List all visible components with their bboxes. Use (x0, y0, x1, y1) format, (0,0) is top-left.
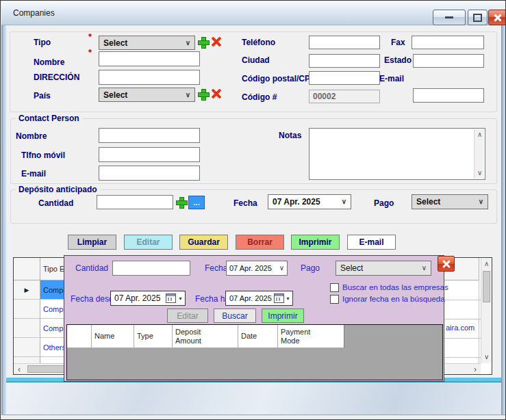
notas-label: Notas (279, 131, 301, 140)
calendar-dropdown-icon: ▼ (178, 296, 183, 301)
chevron-down-icon: ∨ (279, 265, 284, 272)
contact-email-input[interactable] (99, 166, 200, 181)
limpiar-button[interactable]: Limpiar (68, 235, 116, 250)
ciudad-label: Ciudad (242, 55, 270, 65)
deposit-results-grid[interactable]: Name Type Deposit Amount Date Payment Mo… (66, 324, 443, 380)
window-right-border (501, 1, 506, 420)
scroll-right-icon[interactable]: › (474, 365, 477, 373)
window-bottom-border (1, 415, 506, 420)
chevron-down-icon: ∨ (479, 198, 483, 205)
calendar-icon (166, 293, 176, 303)
minimize-icon (445, 16, 453, 18)
dialog-cantidad-input[interactable] (112, 261, 190, 276)
estado-label: Estado (384, 55, 412, 65)
fecha-label: Fecha (233, 198, 257, 208)
dialog-imprimir-button[interactable]: Imprimir (262, 309, 304, 323)
chevron-down-icon: ∨ (186, 40, 190, 47)
grid-cell-email-partial: aira.com (446, 324, 475, 332)
chevron-down-icon: ∨ (186, 92, 190, 99)
dialog-buscar-button[interactable]: Buscar (214, 309, 256, 323)
borrar-button[interactable]: Borrar (236, 235, 284, 250)
chevron-down-icon: ∨ (342, 198, 346, 205)
close-button[interactable] (488, 10, 506, 25)
add-tipo-icon[interactable] (198, 37, 208, 47)
telefono-input[interactable] (309, 36, 380, 49)
deposito-group-title: Depósito anticipado (16, 185, 100, 194)
contact-group-title: Contact Person (16, 114, 82, 123)
fecha-desde-picker[interactable]: 07 Apr. 2025 ▼ (110, 291, 186, 306)
pago-select[interactable]: Select ∨ (412, 194, 488, 209)
chevron-down-icon: ∨ (422, 265, 427, 272)
guardar-button[interactable]: Guardar (179, 235, 228, 250)
direccion-input[interactable] (99, 70, 200, 85)
browse-button[interactable]: ... (188, 196, 205, 209)
current-row-icon: ▶ (25, 287, 29, 293)
imprimir-button[interactable]: Imprimir (291, 235, 340, 250)
codigo-label: Código # (242, 92, 277, 102)
codigo-postal-label: Código postal/CP (242, 74, 310, 83)
minimize-button[interactable] (433, 10, 466, 25)
calendar-dropdown-icon: ▼ (286, 296, 290, 301)
ciudad-input[interactable] (309, 54, 380, 68)
nombre-input[interactable] (99, 51, 200, 66)
notas-textarea[interactable]: ∧ ∨ (309, 128, 485, 180)
dialog-cantidad-label: Cantidad (75, 263, 108, 273)
search-all-companies-label[interactable]: Buscar en todas las empresas (342, 283, 448, 291)
codigo-input: 00002 (309, 90, 380, 103)
search-all-companies-checkbox[interactable] (330, 283, 339, 292)
add-cantidad-icon[interactable] (176, 197, 186, 207)
codigo-postal-input[interactable] (309, 71, 380, 85)
scroll-down-icon[interactable]: ∨ (484, 354, 489, 360)
deposit-search-dialog: Cantidad Fecha 07 Apr. 2025 ∨ Pago Selec… (64, 255, 444, 382)
grid-corner-cell (14, 258, 40, 280)
fecha-select[interactable]: 07 Apr. 2025 ∨ (268, 194, 351, 209)
cantidad-input[interactable] (97, 195, 173, 209)
col-header-name[interactable]: Name (92, 325, 134, 348)
scroll-up-icon[interactable]: ∧ (477, 131, 482, 138)
cantidad-label: Cantidad (38, 198, 73, 208)
dialog-pago-select[interactable]: Select ∨ (336, 261, 431, 276)
email-label: E-mail (379, 74, 404, 83)
contact-nombre-label: Nombre (16, 131, 47, 141)
scroll-left-icon[interactable]: ‹ (18, 365, 21, 373)
row-selector[interactable]: ▶ (14, 280, 40, 300)
title-bar[interactable]: Companies (1, 1, 506, 25)
email-input[interactable] (413, 88, 484, 103)
dialog-close-button[interactable] (438, 256, 455, 272)
scroll-down-icon[interactable]: ∨ (477, 170, 482, 176)
maximize-button[interactable] (468, 10, 488, 25)
grid-corner-cell (67, 325, 92, 348)
dialog-editar-button[interactable]: Editar (167, 309, 208, 323)
estado-input[interactable] (413, 54, 484, 68)
pais-label: País (34, 91, 51, 101)
tipo-select[interactable]: Select ∨ (99, 36, 195, 50)
contact-nombre-input[interactable] (99, 128, 200, 143)
delete-tipo-icon[interactable] (211, 36, 222, 47)
col-header-payment-mode[interactable]: Payment Mode (278, 325, 344, 348)
pais-select[interactable]: Select ∨ (99, 88, 195, 102)
add-pais-icon[interactable] (198, 89, 208, 99)
scrollbar-thumb[interactable] (483, 271, 490, 302)
ignore-date-checkbox[interactable] (330, 295, 339, 304)
col-header-type[interactable]: Type (134, 325, 173, 348)
direccion-label: DIRECCIÓN (34, 73, 79, 82)
window-left-border (1, 1, 6, 420)
fecha-hasta-label: Fecha ha (195, 294, 229, 304)
telefono-label: Teléfono (242, 38, 275, 47)
email-button[interactable]: E-mail (347, 235, 396, 250)
fax-input[interactable] (412, 36, 484, 49)
contact-movil-input[interactable] (99, 147, 200, 162)
editar-button[interactable]: Editar (124, 235, 173, 250)
delete-pais-icon[interactable] (211, 88, 222, 99)
fecha-hasta-picker[interactable]: 07 Apr. 2025 ▼ (225, 291, 293, 306)
contact-movil-label: Tlfno móvil (21, 150, 65, 160)
col-header-deposit-amount[interactable]: Deposit Amount (173, 325, 238, 348)
fecha-desde-label: Fecha desd (71, 294, 114, 304)
grid-vertical-scrollbar[interactable]: ∧ ∨ (481, 258, 492, 363)
dialog-fecha-select[interactable]: 07 Apr. 2025 ∨ (226, 261, 288, 276)
scroll-up-icon[interactable]: ∧ (484, 261, 489, 267)
maximize-icon (473, 14, 482, 22)
tipo-label: Tipo (34, 38, 51, 47)
col-header-date[interactable]: Date (238, 325, 278, 348)
ignore-date-label[interactable]: Ignorar fecha en la búsqueda (342, 295, 445, 303)
